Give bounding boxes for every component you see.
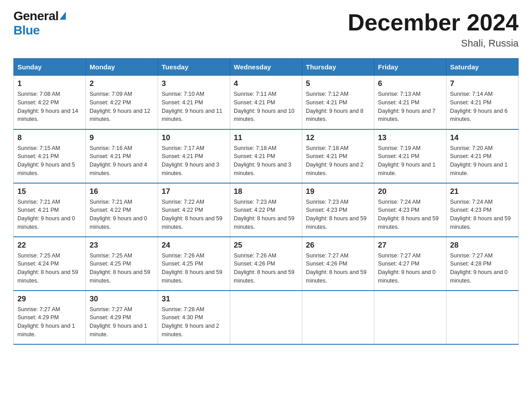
calendar-cell: 21 Sunrise: 7:24 AM Sunset: 4:23 PM Dayl… [446, 183, 519, 237]
calendar-cell [374, 291, 446, 344]
day-info: Sunrise: 7:21 AM Sunset: 4:21 PM Dayligh… [17, 198, 82, 231]
day-info: Sunrise: 7:27 AM Sunset: 4:29 PM Dayligh… [90, 305, 154, 339]
day-number: 31 [162, 295, 226, 304]
calendar-cell: 13 Sunrise: 7:19 AM Sunset: 4:21 PM Dayl… [374, 129, 446, 183]
day-info: Sunrise: 7:26 AM Sunset: 4:26 PM Dayligh… [234, 252, 298, 285]
day-number: 1 [17, 79, 82, 88]
day-number: 17 [162, 187, 226, 196]
day-info: Sunrise: 7:23 AM Sunset: 4:22 PM Dayligh… [234, 198, 298, 231]
day-number: 21 [450, 187, 515, 196]
day-number: 28 [450, 241, 515, 250]
day-number: 9 [90, 133, 154, 142]
header-row: SundayMondayTuesdayWednesdayThursdayFrid… [14, 59, 519, 76]
day-info: Sunrise: 7:27 AM Sunset: 4:29 PM Dayligh… [17, 305, 82, 339]
calendar-cell: 2 Sunrise: 7:09 AM Sunset: 4:22 PM Dayli… [86, 76, 158, 129]
day-info: Sunrise: 7:12 AM Sunset: 4:21 PM Dayligh… [306, 90, 370, 124]
calendar-cell: 16 Sunrise: 7:21 AM Sunset: 4:22 PM Dayl… [86, 183, 158, 237]
calendar-cell: 7 Sunrise: 7:14 AM Sunset: 4:21 PM Dayli… [446, 76, 519, 129]
calendar-cell [446, 291, 519, 344]
day-info: Sunrise: 7:27 AM Sunset: 4:26 PM Dayligh… [306, 252, 370, 285]
day-number: 27 [378, 241, 442, 250]
day-number: 14 [450, 133, 515, 142]
calendar-table: SundayMondayTuesdayWednesdayThursdayFrid… [13, 58, 519, 345]
title-section: December 2024 Shali, Russia [348, 9, 519, 49]
day-info: Sunrise: 7:21 AM Sunset: 4:22 PM Dayligh… [90, 198, 154, 231]
page-header: General Blue December 2024 Shali, Russia [13, 9, 519, 49]
calendar-cell: 12 Sunrise: 7:18 AM Sunset: 4:21 PM Dayl… [302, 129, 374, 183]
day-number: 2 [90, 79, 154, 88]
day-info: Sunrise: 7:26 AM Sunset: 4:25 PM Dayligh… [162, 252, 226, 285]
calendar-cell: 30 Sunrise: 7:27 AM Sunset: 4:29 PM Dayl… [86, 291, 158, 344]
week-row-1: 1 Sunrise: 7:08 AM Sunset: 4:22 PM Dayli… [14, 76, 519, 129]
day-number: 20 [378, 187, 442, 196]
day-number: 11 [234, 133, 298, 142]
header-friday: Friday [374, 59, 446, 76]
calendar-cell [302, 291, 374, 344]
day-info: Sunrise: 7:18 AM Sunset: 4:21 PM Dayligh… [306, 144, 370, 178]
day-number: 4 [234, 79, 298, 88]
calendar-cell: 28 Sunrise: 7:27 AM Sunset: 4:28 PM Dayl… [446, 237, 519, 291]
logo-general-text: General [13, 9, 59, 23]
calendar-cell: 15 Sunrise: 7:21 AM Sunset: 4:21 PM Dayl… [14, 183, 86, 237]
day-number: 22 [17, 241, 82, 250]
header-monday: Monday [86, 59, 158, 76]
calendar-title: December 2024 [348, 9, 519, 36]
week-row-4: 22 Sunrise: 7:25 AM Sunset: 4:24 PM Dayl… [14, 237, 519, 291]
day-number: 8 [17, 133, 82, 142]
week-row-3: 15 Sunrise: 7:21 AM Sunset: 4:21 PM Dayl… [14, 183, 519, 237]
calendar-cell: 25 Sunrise: 7:26 AM Sunset: 4:26 PM Dayl… [230, 237, 302, 291]
day-number: 16 [90, 187, 154, 196]
calendar-cell: 27 Sunrise: 7:27 AM Sunset: 4:27 PM Dayl… [374, 237, 446, 291]
calendar-cell: 20 Sunrise: 7:24 AM Sunset: 4:23 PM Dayl… [374, 183, 446, 237]
calendar-cell: 11 Sunrise: 7:18 AM Sunset: 4:21 PM Dayl… [230, 129, 302, 183]
header-thursday: Thursday [302, 59, 374, 76]
calendar-cell: 17 Sunrise: 7:22 AM Sunset: 4:22 PM Dayl… [158, 183, 230, 237]
logo-triangle-icon [60, 12, 66, 20]
day-info: Sunrise: 7:28 AM Sunset: 4:30 PM Dayligh… [162, 305, 226, 339]
day-number: 15 [17, 187, 82, 196]
day-number: 5 [306, 79, 370, 88]
day-info: Sunrise: 7:25 AM Sunset: 4:24 PM Dayligh… [17, 252, 82, 285]
day-number: 13 [378, 133, 442, 142]
day-number: 6 [378, 79, 442, 88]
day-info: Sunrise: 7:25 AM Sunset: 4:25 PM Dayligh… [90, 252, 154, 285]
calendar-cell: 8 Sunrise: 7:15 AM Sunset: 4:21 PM Dayli… [14, 129, 86, 183]
day-number: 25 [234, 241, 298, 250]
calendar-cell: 5 Sunrise: 7:12 AM Sunset: 4:21 PM Dayli… [302, 76, 374, 129]
day-number: 3 [162, 79, 226, 88]
day-info: Sunrise: 7:18 AM Sunset: 4:21 PM Dayligh… [234, 144, 298, 178]
day-number: 19 [306, 187, 370, 196]
day-info: Sunrise: 7:17 AM Sunset: 4:21 PM Dayligh… [162, 144, 226, 178]
calendar-cell: 9 Sunrise: 7:16 AM Sunset: 4:21 PM Dayli… [86, 129, 158, 183]
day-info: Sunrise: 7:08 AM Sunset: 4:22 PM Dayligh… [17, 90, 82, 124]
logo: General Blue [13, 9, 66, 38]
header-wednesday: Wednesday [230, 59, 302, 76]
day-info: Sunrise: 7:24 AM Sunset: 4:23 PM Dayligh… [450, 198, 515, 231]
day-info: Sunrise: 7:22 AM Sunset: 4:22 PM Dayligh… [162, 198, 226, 231]
day-info: Sunrise: 7:27 AM Sunset: 4:28 PM Dayligh… [450, 252, 515, 285]
day-info: Sunrise: 7:23 AM Sunset: 4:23 PM Dayligh… [306, 198, 370, 231]
calendar-subtitle: Shali, Russia [348, 38, 519, 49]
day-number: 18 [234, 187, 298, 196]
day-info: Sunrise: 7:09 AM Sunset: 4:22 PM Dayligh… [90, 90, 154, 124]
header-saturday: Saturday [446, 59, 519, 76]
calendar-cell: 1 Sunrise: 7:08 AM Sunset: 4:22 PM Dayli… [14, 76, 86, 129]
day-info: Sunrise: 7:13 AM Sunset: 4:21 PM Dayligh… [378, 90, 442, 124]
day-info: Sunrise: 7:14 AM Sunset: 4:21 PM Dayligh… [450, 90, 515, 124]
week-row-5: 29 Sunrise: 7:27 AM Sunset: 4:29 PM Dayl… [14, 291, 519, 344]
day-info: Sunrise: 7:24 AM Sunset: 4:23 PM Dayligh… [378, 198, 442, 231]
day-info: Sunrise: 7:11 AM Sunset: 4:21 PM Dayligh… [234, 90, 298, 124]
day-info: Sunrise: 7:19 AM Sunset: 4:21 PM Dayligh… [378, 144, 442, 178]
calendar-cell: 26 Sunrise: 7:27 AM Sunset: 4:26 PM Dayl… [302, 237, 374, 291]
day-number: 7 [450, 79, 515, 88]
calendar-cell: 10 Sunrise: 7:17 AM Sunset: 4:21 PM Dayl… [158, 129, 230, 183]
day-number: 12 [306, 133, 370, 142]
day-number: 26 [306, 241, 370, 250]
calendar-cell: 29 Sunrise: 7:27 AM Sunset: 4:29 PM Dayl… [14, 291, 86, 344]
calendar-cell: 6 Sunrise: 7:13 AM Sunset: 4:21 PM Dayli… [374, 76, 446, 129]
day-info: Sunrise: 7:16 AM Sunset: 4:21 PM Dayligh… [90, 144, 154, 178]
calendar-cell: 3 Sunrise: 7:10 AM Sunset: 4:21 PM Dayli… [158, 76, 230, 129]
calendar-cell: 14 Sunrise: 7:20 AM Sunset: 4:21 PM Dayl… [446, 129, 519, 183]
day-info: Sunrise: 7:27 AM Sunset: 4:27 PM Dayligh… [378, 252, 442, 285]
header-tuesday: Tuesday [158, 59, 230, 76]
